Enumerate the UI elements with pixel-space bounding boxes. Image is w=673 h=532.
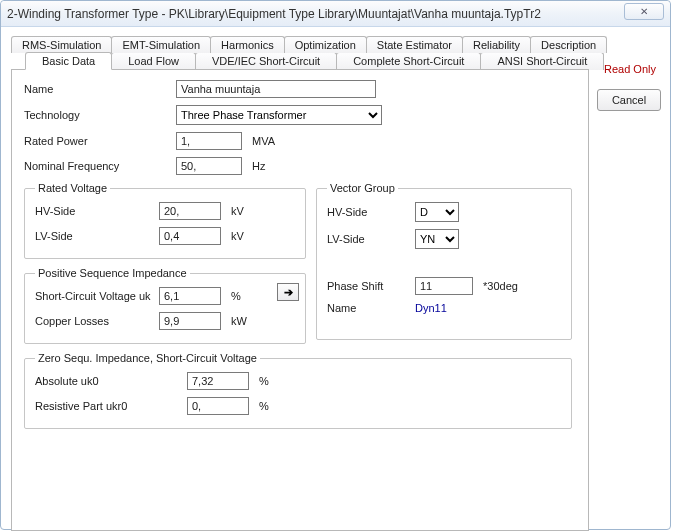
uk-unit: % xyxy=(231,290,241,302)
close-icon: ✕ xyxy=(640,6,648,17)
copper-losses-input[interactable] xyxy=(159,312,221,330)
lv-side-label: LV-Side xyxy=(35,230,159,242)
tab-panel-basic-data: Name Technology Three Phase Transformer … xyxy=(11,69,589,531)
close-button[interactable]: ✕ xyxy=(624,3,664,20)
vg-name-label: Name xyxy=(327,302,415,314)
vector-group-legend: Vector Group xyxy=(327,182,398,194)
tab-vde-iec-short-circuit[interactable]: VDE/IEC Short-Circuit xyxy=(195,52,337,70)
tab-description[interactable]: Description xyxy=(530,36,607,53)
vg-name-value: Dyn11 xyxy=(415,302,447,314)
technology-label: Technology xyxy=(24,109,176,121)
vg-lv-label: LV-Side xyxy=(327,233,415,245)
vg-hv-select[interactable]: D xyxy=(415,202,459,222)
tab-harmonics[interactable]: Harmonics xyxy=(210,36,285,53)
phase-shift-input[interactable] xyxy=(415,277,473,295)
window-title: 2-Winding Transformer Type - PK\Library\… xyxy=(7,7,541,21)
vector-group: Vector Group HV-Side D LV-Side YN xyxy=(316,182,572,340)
tab-optimization[interactable]: Optimization xyxy=(284,36,367,53)
name-input[interactable] xyxy=(176,80,376,98)
vg-lv-select[interactable]: YN xyxy=(415,229,459,249)
res-ukr0-input[interactable] xyxy=(187,397,249,415)
vg-hv-label: HV-Side xyxy=(327,206,415,218)
nominal-frequency-unit: Hz xyxy=(252,160,265,172)
phase-shift-unit: *30deg xyxy=(483,280,518,292)
copper-losses-unit: kW xyxy=(231,315,247,327)
phase-shift-label: Phase Shift xyxy=(327,280,415,292)
tab-rms-simulation[interactable]: RMS-Simulation xyxy=(11,36,112,53)
positive-sequence-group: Positive Sequence Impedance ➔ Short-Circ… xyxy=(24,267,306,344)
rated-power-input[interactable] xyxy=(176,132,242,150)
titlebar: 2-Winding Transformer Type - PK\Library\… xyxy=(1,1,670,27)
lv-side-input[interactable] xyxy=(159,227,221,245)
nominal-frequency-input[interactable] xyxy=(176,157,242,175)
positive-sequence-legend: Positive Sequence Impedance xyxy=(35,267,190,279)
tab-emt-simulation[interactable]: EMT-Simulation xyxy=(111,36,211,53)
rated-voltage-group: Rated Voltage HV-Side kV LV-Side kV xyxy=(24,182,306,259)
zero-sequence-legend: Zero Sequ. Impedance, Short-Circuit Volt… xyxy=(35,352,260,364)
uk-input[interactable] xyxy=(159,287,221,305)
nominal-frequency-label: Nominal Frequency xyxy=(24,160,176,172)
arrow-button[interactable]: ➔ xyxy=(277,283,299,301)
dialog-window: 2-Winding Transformer Type - PK\Library\… xyxy=(0,0,671,530)
abs-uk0-input[interactable] xyxy=(187,372,249,390)
tab-row-top: RMS-Simulation EMT-Simulation Harmonics … xyxy=(11,35,591,52)
tab-ansi-short-circuit[interactable]: ANSI Short-Circuit xyxy=(480,52,604,70)
res-ukr0-label: Resistive Part ukr0 xyxy=(35,400,187,412)
tab-state-estimator[interactable]: State Estimator xyxy=(366,36,463,53)
uk-label: Short-Circuit Voltage uk xyxy=(35,290,159,302)
name-label: Name xyxy=(24,83,176,95)
hv-side-unit: kV xyxy=(231,205,244,217)
rated-power-label: Rated Power xyxy=(24,135,176,147)
tab-reliability[interactable]: Reliability xyxy=(462,36,531,53)
tab-complete-short-circuit[interactable]: Complete Short-Circuit xyxy=(336,52,481,70)
readonly-label: Read Only xyxy=(597,63,663,75)
rated-power-unit: MVA xyxy=(252,135,275,147)
tab-load-flow[interactable]: Load Flow xyxy=(111,52,196,70)
hv-side-label: HV-Side xyxy=(35,205,159,217)
lv-side-unit: kV xyxy=(231,230,244,242)
res-ukr0-unit: % xyxy=(259,400,269,412)
arrow-right-icon: ➔ xyxy=(284,286,293,299)
hv-side-input[interactable] xyxy=(159,202,221,220)
technology-select[interactable]: Three Phase Transformer xyxy=(176,105,382,125)
zero-sequence-group: Zero Sequ. Impedance, Short-Circuit Volt… xyxy=(24,352,572,429)
cancel-button[interactable]: Cancel xyxy=(597,89,661,111)
tab-row-bottom: Basic Data Load Flow VDE/IEC Short-Circu… xyxy=(25,52,591,70)
side-panel: Read Only Cancel xyxy=(597,63,663,111)
abs-uk0-label: Absolute uk0 xyxy=(35,375,187,387)
copper-losses-label: Copper Losses xyxy=(35,315,159,327)
abs-uk0-unit: % xyxy=(259,375,269,387)
tab-basic-data[interactable]: Basic Data xyxy=(25,52,112,70)
rated-voltage-legend: Rated Voltage xyxy=(35,182,110,194)
